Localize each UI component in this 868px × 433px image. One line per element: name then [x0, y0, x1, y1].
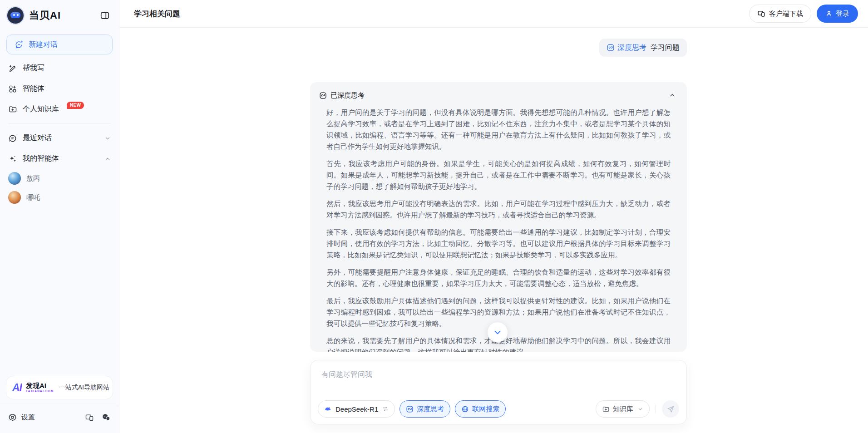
- brand-robot-avatar: [6, 6, 25, 25]
- sidebar-item-agents[interactable]: 智能体: [0, 79, 119, 99]
- login-label: 登录: [836, 10, 849, 18]
- devices-button[interactable]: [85, 413, 94, 422]
- sparkles-icon: [8, 154, 17, 163]
- deep-think-icon: [319, 92, 327, 99]
- sidebar-collapse-button[interactable]: [98, 9, 112, 22]
- thinking-paragraph: 首先，我应该考虑用户可能的身份。如果是学生，可能关心的是如何提高成绩，如何有效复…: [326, 158, 671, 192]
- devices-icon: [757, 10, 765, 18]
- knowledge-base-selector[interactable]: 知识库: [596, 400, 650, 418]
- agent-name: 哪吒: [26, 193, 40, 202]
- wechat-icon: [101, 413, 111, 422]
- login-button[interactable]: 登录: [817, 5, 858, 23]
- sidebar-item-knowledge-base[interactable]: 个人知识库 NEW: [0, 99, 119, 119]
- brand-row: 当贝AI: [0, 0, 119, 30]
- message-circle-icon: [8, 134, 17, 143]
- client-download-label: 客户端下载: [769, 10, 803, 18]
- topbar-actions: 客户端下载 登录: [749, 5, 858, 23]
- avatar: [8, 172, 21, 185]
- chevron-down-icon: [637, 406, 643, 412]
- deep-think-tag: 深度思考: [607, 43, 646, 53]
- section-label: 我的智能体: [23, 154, 59, 163]
- sidebar-bottom: AI 发现AI FAXIANAI.COM 一站式AI导航网站 设置: [0, 376, 119, 433]
- thinking-panel-header: 已深度思考: [319, 82, 677, 100]
- sidebar-agent-aobing[interactable]: 敖丙: [0, 169, 119, 188]
- thinking-paragraph: 接下来，我应该考虑如何提供有帮助的信息。可能需要给出一些通用的学习建议，比如制定…: [326, 226, 671, 261]
- devices-icon: [85, 413, 94, 422]
- chevron-down-icon: [104, 135, 111, 142]
- thinking-paragraph: 然后，我应该思考用户可能没有明确表达的需求。比如，用户可能在学习过程中感到压力大…: [326, 198, 671, 221]
- sidebar-item-label: 个人知识库: [23, 104, 59, 114]
- brand-name: 当贝AI: [29, 9, 61, 22]
- swap-icon: [382, 406, 389, 412]
- model-name: DeepSeek-R1: [335, 405, 378, 413]
- new-chat-button[interactable]: 新建对话: [6, 34, 113, 54]
- settings-label: 设置: [21, 413, 35, 422]
- model-selector-button[interactable]: DeepSeek-R1: [318, 400, 395, 418]
- sidebar-section-recent-chats[interactable]: 最近对话: [0, 128, 119, 148]
- avatar: [8, 191, 21, 204]
- person-icon: [825, 10, 833, 17]
- client-download-button[interactable]: 客户端下载: [749, 5, 811, 23]
- section-label: 最近对话: [23, 133, 52, 143]
- globe-icon: [461, 405, 469, 413]
- scroll-to-bottom-button[interactable]: [488, 322, 508, 342]
- gear-icon: [8, 413, 17, 422]
- faxian-ai-promo-card[interactable]: AI 发现AI FAXIANAI.COM 一站式AI导航网站: [6, 376, 113, 399]
- chevron-up-icon: [104, 156, 111, 162]
- agent-name: 敖丙: [26, 174, 40, 183]
- sidebar-agent-nezha[interactable]: 哪吒: [0, 188, 119, 207]
- topbar: 学习相关问题 客户端下载 登录: [119, 0, 868, 28]
- thinking-panel-title: 已深度思考: [330, 91, 365, 100]
- page-title: 学习相关问题: [134, 9, 180, 19]
- deep-thinking-panel: 已深度思考 好，用户问的是关于学习的问题，但没有具体说明是哪方面。我得先想想可能…: [310, 82, 687, 352]
- folder-plus-icon: [8, 105, 17, 114]
- chevron-up-icon: [669, 92, 676, 99]
- thinking-paragraph: 好，用户问的是关于学习的问题，但没有具体说明是哪方面。我得先想想可能的几种情况。…: [326, 107, 671, 152]
- send-button[interactable]: [662, 400, 679, 418]
- panel-left-icon: [100, 10, 110, 20]
- folder-plus-icon: [602, 405, 610, 413]
- paper-plane-icon: [666, 405, 675, 413]
- wechat-button[interactable]: [101, 413, 111, 422]
- sidebar-section-my-agents[interactable]: 我的智能体: [0, 148, 119, 169]
- collapse-thinking-button[interactable]: [668, 91, 677, 100]
- pencil-plus-icon: [8, 64, 17, 73]
- settings-button[interactable]: 设置: [8, 413, 35, 422]
- chat-bubble-plus-icon: [15, 40, 24, 49]
- composer: 有问题尽管问我 DeepSeek-R1: [310, 360, 687, 424]
- sidebar-item-label: 帮我写: [23, 64, 44, 73]
- grid-plus-icon: [8, 84, 17, 93]
- deep-think-icon: [607, 44, 615, 52]
- web-search-toggle[interactable]: 联网搜索: [455, 400, 506, 418]
- deep-think-toggle[interactable]: 深度思考: [399, 400, 450, 418]
- faxian-ai-brand: 发现AI FAXIANAI.COM: [26, 382, 54, 393]
- sidebar-divider: [8, 123, 111, 124]
- deepseek-whale-icon: [324, 405, 332, 413]
- chevron-down-icon: [493, 327, 503, 337]
- settings-row: 设置: [0, 406, 119, 429]
- chat-main: 深度思考 学习问题 已深度思考 好，用户: [119, 28, 868, 433]
- faxian-ai-logo-icon: AI: [12, 382, 22, 394]
- sidebar-item-write[interactable]: 帮我写: [0, 58, 119, 79]
- chat-input[interactable]: 有问题尽管问我: [321, 370, 676, 379]
- new-chat-label: 新建对话: [29, 40, 58, 49]
- sidebar: 当贝AI 新建对话 帮我写: [0, 0, 119, 433]
- sidebar-item-label: 智能体: [23, 84, 44, 93]
- user-message-bubble: 深度思考 学习问题: [599, 39, 687, 57]
- composer-toolbar: DeepSeek-R1 深度思考: [318, 400, 679, 418]
- thinking-content: 好，用户问的是关于学习的问题，但没有具体说明是哪方面。我得先想想可能的几种情况。…: [326, 107, 671, 352]
- new-badge: NEW: [67, 102, 84, 109]
- promo-tagline: 一站式AI导航网站: [59, 384, 109, 392]
- user-message-text: 学习问题: [651, 43, 680, 53]
- thinking-paragraph: 另外，可能需要提醒用户注意身体健康，保证充足的睡眠、合理的饮食和适量的运动，这些…: [326, 266, 671, 289]
- toolbar-divider: [656, 405, 656, 413]
- deep-think-icon: [406, 405, 414, 413]
